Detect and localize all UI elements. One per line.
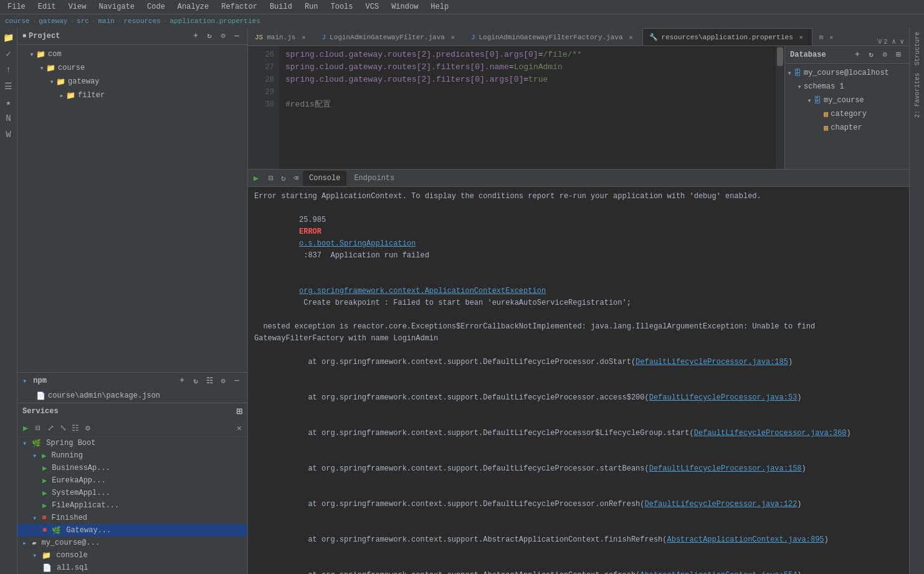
project-toolbar-settings[interactable]: ⚙ <box>217 31 229 42</box>
spring-boot-system[interactable]: ▶ SystemAppl... <box>17 487 247 499</box>
close-tab-mainjs[interactable]: ✕ <box>299 33 308 42</box>
tab-mainjs[interactable]: JS main.js ✕ <box>248 28 315 45</box>
link-aac-finishrefresh[interactable]: AbstractApplicationContext.java:895 <box>667 535 824 544</box>
tree-item-filter[interactable]: ▸ 📁 filter <box>17 88 247 102</box>
tree-item-course[interactable]: ▾ 📁 course <box>17 61 247 75</box>
db-mycourse[interactable]: ▸ ▰ my_course@... <box>17 537 247 549</box>
breadcrumb-gateway[interactable]: gateway <box>39 17 67 25</box>
npm-filter[interactable]: ☷ <box>204 375 215 386</box>
db-settings[interactable]: ⚙ <box>879 49 890 60</box>
spring-boot-gateway[interactable]: ■ 🌿 Gateway... <box>17 524 247 537</box>
tree-item-gateway[interactable]: ▾ 📁 gateway <box>17 75 247 88</box>
menu-edit[interactable]: Edit <box>36 2 59 11</box>
rs-structure[interactable]: Structure <box>911 30 923 67</box>
close-tab-loginadmin-filter[interactable]: ✕ <box>449 33 457 42</box>
tab-split[interactable]: ⩛2 ∧ ∨ <box>877 37 904 45</box>
tab-loginadmin-factory[interactable]: J LoginAdminGatewayFilterFactory.java ✕ <box>464 28 642 45</box>
menu-build[interactable]: Build <box>267 2 295 11</box>
db-allsql[interactable]: 📄 all.sql <box>17 562 247 574</box>
code-editor[interactable]: spring.cloud.gateway.routes[2].predicate… <box>279 46 776 169</box>
project-toolbar-add[interactable]: + <box>190 31 201 42</box>
project-toolbar-minimize[interactable]: — <box>231 31 242 42</box>
sidebar-icon-structure[interactable]: ☰ <box>1 79 16 93</box>
appcontext-exception-link[interactable]: org.springframework.context.ApplicationC… <box>299 287 546 295</box>
db-tree-chapter[interactable]: ▸ ▦ chapter <box>785 121 909 135</box>
settings-button[interactable]: ⚙ <box>82 423 93 434</box>
link-aac-refresh[interactable]: AbstractApplicationContext.java:554 <box>640 571 797 574</box>
menu-run[interactable]: Run <box>302 2 321 11</box>
menu-help[interactable]: Help <box>428 2 451 11</box>
menu-refactor[interactable]: Refactor <box>219 2 260 11</box>
spring-boot-file[interactable]: ▶ FileApplicat... <box>17 499 247 512</box>
console-rerun-button[interactable]: ↻ <box>278 173 289 184</box>
spring-boot-finished[interactable]: ▾ ■ Finished <box>17 512 247 524</box>
menu-tools[interactable]: Tools <box>328 2 356 11</box>
link-dlp-access[interactable]: DefaultLifecycleProcessor.java:53 <box>649 393 798 402</box>
db-tree-mycourse[interactable]: ▾ 🗄 my_course <box>785 93 909 107</box>
tab-loginadmin-filter[interactable]: J LoginAdminGatewayFilter.java ✕ <box>315 28 464 45</box>
close-services-button[interactable]: ✕ <box>234 423 245 434</box>
link-dlp-startbeans[interactable]: DefaultLifecycleProcessor.java:158 <box>649 464 802 473</box>
run-button[interactable]: ▶ <box>20 423 31 434</box>
close-tab-m[interactable]: ✕ <box>827 33 836 42</box>
spring-boot-eureka[interactable]: ▶ EurekaApp... <box>17 474 247 487</box>
tab-m[interactable]: m ✕ <box>812 28 843 45</box>
npm-header[interactable]: ▾ npm + ↻ ☷ ⚙ — <box>17 373 247 389</box>
sidebar-icon-web[interactable]: W <box>1 127 16 142</box>
console-run-button[interactable]: ▶ <box>250 173 262 184</box>
menu-file[interactable]: File <box>5 2 28 11</box>
menu-code[interactable]: Code <box>145 2 168 11</box>
expand-all-button[interactable]: ⤢ <box>45 423 56 434</box>
close-tab-loginadmin-factory[interactable]: ✕ <box>627 33 636 42</box>
link-dlp-onrefresh[interactable]: DefaultLifecycleProcessor.java:122 <box>645 500 798 509</box>
scrollbar-thumb[interactable] <box>777 47 783 66</box>
menu-view[interactable]: View <box>66 2 89 11</box>
npm-package[interactable]: ▸ 📄 course\admin\package.json <box>17 389 247 403</box>
sidebar-icon-project[interactable]: 📁 <box>1 30 16 45</box>
npm-add[interactable]: + <box>176 375 188 386</box>
collapse-all-button[interactable]: ⤡ <box>57 423 69 434</box>
spring-boot-business[interactable]: ▶ BusinessAp... <box>17 462 247 474</box>
breadcrumb-course[interactable]: course <box>5 17 30 25</box>
tab-endpoints[interactable]: Endpoints <box>348 171 401 186</box>
link-dlp-dostart[interactable]: DefaultLifecycleProcessor.java:185 <box>636 358 788 366</box>
editor-scrollbar[interactable] <box>776 46 784 169</box>
npm-settings[interactable]: ⚙ <box>217 375 229 386</box>
console-stop-button[interactable]: ⊟ <box>265 173 277 184</box>
breadcrumb-main[interactable]: main <box>98 17 114 25</box>
services-external-icon[interactable]: ⊞ <box>236 405 242 418</box>
breadcrumb-file[interactable]: application.properties <box>170 17 260 25</box>
db-add[interactable]: + <box>852 49 863 60</box>
db-refresh[interactable]: ↻ <box>865 49 877 60</box>
db-tree-category[interactable]: ▸ ▦ category <box>785 107 909 121</box>
menu-window[interactable]: Window <box>389 2 421 11</box>
db-console[interactable]: ▾ 📁 console <box>17 549 247 562</box>
rs-favorites[interactable]: 2: Favorites <box>911 74 923 117</box>
db-external[interactable]: ⊞ <box>893 49 904 60</box>
menu-navigate[interactable]: Navigate <box>96 2 137 11</box>
db-tree-schemas[interactable]: ▾ schemas 1 <box>785 80 909 93</box>
tab-application-properties[interactable]: 🔧 resources\application.properties ✕ <box>642 28 812 45</box>
project-toolbar-sync[interactable]: ↻ <box>204 31 215 42</box>
menu-analyze[interactable]: Analyze <box>175 2 211 11</box>
tab-console[interactable]: Console <box>303 171 346 186</box>
group-button[interactable]: ☷ <box>70 423 81 434</box>
spring-boot-running[interactable]: ▾ ▶ Running <box>17 449 247 462</box>
spring-app-link[interactable]: o.s.boot.SpringApplication <box>299 239 416 248</box>
sidebar-icon-npm[interactable]: N <box>1 111 16 126</box>
console-clear-button[interactable]: ⌫ <box>290 173 302 184</box>
npm-minus[interactable]: — <box>231 375 242 386</box>
db-tree-localhost[interactable]: ▾ 🗄 my_course@localhost <box>785 66 909 80</box>
link-dlp-start[interactable]: DefaultLifecycleProcessor.java:360 <box>694 429 847 438</box>
menu-vcs[interactable]: VCS <box>363 2 382 11</box>
sidebar-icon-bookmarks[interactable]: ★ <box>1 95 16 110</box>
sidebar-icon-pull[interactable]: ↑ <box>1 62 16 77</box>
stop-all-button[interactable]: ⊟ <box>32 423 44 434</box>
spring-boot-header[interactable]: ▾ 🌿 Spring Boot <box>17 437 247 449</box>
breadcrumb-resources[interactable]: resources <box>123 17 160 25</box>
close-tab-properties[interactable]: ✕ <box>797 33 806 42</box>
breadcrumb-src[interactable]: src <box>77 17 89 25</box>
npm-sync[interactable]: ↻ <box>190 375 201 386</box>
sidebar-icon-commit[interactable]: ✓ <box>1 46 16 61</box>
tree-item-com[interactable]: ▾ 📁 com <box>17 47 247 61</box>
